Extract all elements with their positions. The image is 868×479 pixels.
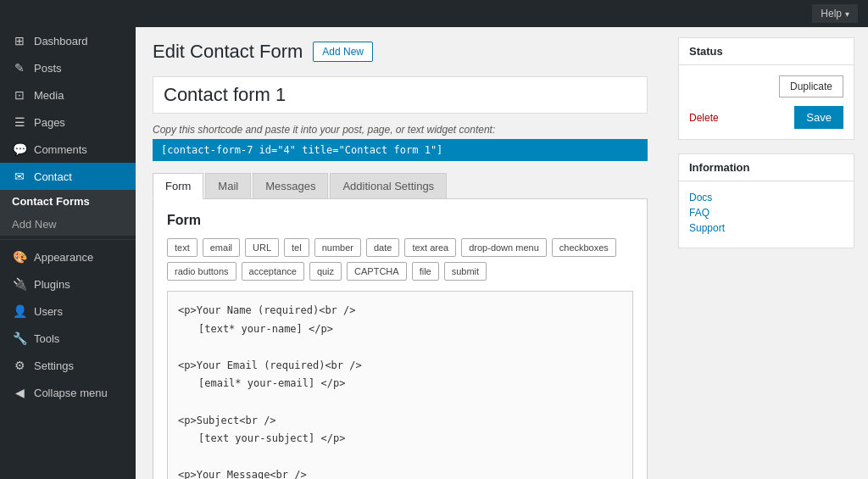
form-section-title: Form xyxy=(167,213,633,228)
code-editor[interactable]: <p>Your Name (required)<br /> [text* you… xyxy=(167,291,633,479)
sidebar-item-plugins[interactable]: 🔌 Plugins xyxy=(0,270,136,298)
page-header: Edit Contact Form Add New xyxy=(153,41,648,63)
faq-link[interactable]: FAQ xyxy=(689,207,843,219)
form-content-area: Form text email URL tel number date text… xyxy=(153,199,648,479)
sidebar-item-contact-forms[interactable]: Contact Forms xyxy=(0,190,136,213)
code-line-3 xyxy=(178,338,622,357)
tabs: Form Mail Messages Additional Settings xyxy=(153,173,648,199)
sidebar-item-collapse[interactable]: ◀ Collapse menu xyxy=(0,379,136,406)
code-line-9 xyxy=(178,448,622,467)
sidebar-item-appearance[interactable]: 🎨 Appearance xyxy=(0,243,136,270)
docs-link[interactable]: Docs xyxy=(689,192,843,203)
sidebar-item-media[interactable]: ⊡ Media xyxy=(0,81,136,109)
sidebar-label-contact-forms: Contact Forms xyxy=(12,195,90,208)
tag-url[interactable]: URL xyxy=(245,238,279,257)
tab-form[interactable]: Form xyxy=(153,173,203,199)
sidebar: ⊞ Dashboard ✎ Posts ⊡ Media ☰ Pages 💬 Co… xyxy=(0,27,136,479)
tag-quiz[interactable]: quiz xyxy=(309,262,342,281)
tag-date[interactable]: date xyxy=(366,238,399,257)
form-name-input[interactable] xyxy=(153,76,648,114)
sidebar-item-contact[interactable]: ✉ Contact xyxy=(0,163,136,190)
sidebar-label-users: Users xyxy=(34,305,63,318)
sidebar-label-plugins: Plugins xyxy=(34,278,70,291)
sidebar-label-comments: Comments xyxy=(34,143,87,156)
tag-acceptance[interactable]: acceptance xyxy=(242,262,304,281)
sidebar-item-dashboard[interactable]: ⊞ Dashboard xyxy=(0,27,136,54)
tab-mail[interactable]: Mail xyxy=(205,173,251,198)
tag-radio[interactable]: radio buttons xyxy=(167,262,236,281)
code-line-8: [text your-subject] </p> xyxy=(178,430,622,448)
users-icon: 👤 xyxy=(12,304,27,318)
status-widget-title: Status xyxy=(679,38,854,65)
tab-messages[interactable]: Messages xyxy=(253,173,328,198)
tag-email[interactable]: email xyxy=(203,238,240,257)
tag-text[interactable]: text xyxy=(167,238,198,257)
help-button[interactable]: Help ▾ xyxy=(812,4,858,23)
code-line-2: [text* your-name] </p> xyxy=(178,320,622,339)
delete-link[interactable]: Delete xyxy=(689,112,719,124)
contact-icon: ✉ xyxy=(12,170,27,183)
sidebar-label-appearance: Appearance xyxy=(34,251,93,264)
appearance-icon: 🎨 xyxy=(12,250,27,264)
code-line-1: <p>Your Name (required)<br /> xyxy=(178,302,622,320)
duplicate-button[interactable]: Duplicate xyxy=(779,75,843,97)
sidebar-label-dashboard: Dashboard xyxy=(34,35,88,47)
sidebar-item-posts[interactable]: ✎ Posts xyxy=(0,54,136,81)
tag-buttons: text email URL tel number date text area… xyxy=(167,238,633,281)
posts-icon: ✎ xyxy=(12,61,27,75)
status-widget-body: Duplicate Delete Save xyxy=(679,65,854,139)
tag-textarea[interactable]: text area xyxy=(404,238,456,257)
tag-number[interactable]: number xyxy=(314,238,361,257)
code-line-7: <p>Subject<br /> xyxy=(178,412,622,431)
tag-file[interactable]: file xyxy=(412,262,439,281)
info-widget-body: Docs FAQ Support xyxy=(679,181,854,248)
sidebar-label-posts: Posts xyxy=(34,62,62,75)
sidebar-item-comments[interactable]: 💬 Comments xyxy=(0,136,136,163)
support-link[interactable]: Support xyxy=(689,222,843,234)
code-line-4: <p>Your Email (required)<br /> xyxy=(178,357,622,376)
help-label: Help xyxy=(821,8,842,19)
media-icon: ⊡ xyxy=(12,88,27,102)
code-line-10: <p>Your Message<br /> xyxy=(178,466,622,479)
status-widget: Status Duplicate Delete Save xyxy=(678,37,854,140)
sidebar-item-users[interactable]: 👤 Users xyxy=(0,298,136,325)
tag-tel[interactable]: tel xyxy=(284,238,309,257)
shortcode-box[interactable]: [contact-form-7 id="4" title="Contact fo… xyxy=(153,139,648,161)
code-line-6 xyxy=(178,393,622,412)
main-content: Edit Contact Form Add New Copy this shor… xyxy=(136,27,665,479)
sidebar-divider xyxy=(0,239,136,240)
tab-additional-settings[interactable]: Additional Settings xyxy=(330,173,447,198)
plugins-icon: 🔌 xyxy=(12,277,27,291)
sidebar-label-tools: Tools xyxy=(34,332,59,345)
comments-icon: 💬 xyxy=(12,142,27,156)
sidebar-item-settings[interactable]: ⚙ Settings xyxy=(0,352,136,379)
tag-captcha[interactable]: CAPTCHA xyxy=(347,262,407,281)
info-widget: Information Docs FAQ Support xyxy=(678,153,854,248)
save-button[interactable]: Save xyxy=(794,106,843,129)
status-widget-actions: Delete Save xyxy=(689,106,843,129)
sidebar-label-media: Media xyxy=(34,89,64,102)
right-sidebar: Status Duplicate Delete Save Information… xyxy=(665,27,868,479)
code-line-5: [email* your-email] </p> xyxy=(178,375,622,393)
sidebar-submenu: Contact Forms Add New xyxy=(0,190,136,236)
main-layout: ⊞ Dashboard ✎ Posts ⊡ Media ☰ Pages 💬 Co… xyxy=(0,27,868,479)
sidebar-label-settings: Settings xyxy=(34,359,74,372)
tools-icon: 🔧 xyxy=(12,331,27,345)
sidebar-label-pages: Pages xyxy=(34,116,65,129)
sidebar-label-contact: Contact xyxy=(34,170,72,183)
tag-checkboxes[interactable]: checkboxes xyxy=(552,238,616,257)
sidebar-item-tools[interactable]: 🔧 Tools xyxy=(0,325,136,352)
info-widget-title: Information xyxy=(679,154,854,181)
sidebar-label-add-new: Add New xyxy=(12,218,57,231)
tag-dropdown[interactable]: drop-down menu xyxy=(461,238,547,257)
sidebar-item-pages[interactable]: ☰ Pages xyxy=(0,109,136,136)
pages-icon: ☰ xyxy=(12,115,27,129)
settings-icon: ⚙ xyxy=(12,359,27,372)
add-new-button[interactable]: Add New xyxy=(313,42,373,62)
collapse-icon: ◀ xyxy=(12,386,27,399)
tag-submit[interactable]: submit xyxy=(444,262,487,281)
help-chevron-icon: ▾ xyxy=(845,9,849,19)
sidebar-item-add-new[interactable]: Add New xyxy=(0,213,136,236)
page-title: Edit Contact Form xyxy=(153,41,303,63)
top-bar: Help ▾ xyxy=(0,0,868,27)
